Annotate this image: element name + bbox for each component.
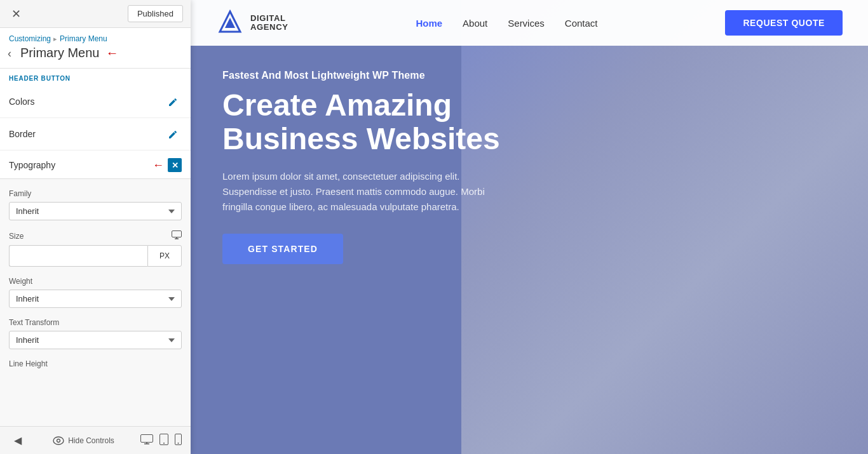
section-header-button: HEADER BUTTON [0, 69, 191, 86]
panel-back-button[interactable]: ‹ [8, 46, 11, 60]
typography-label: Typography [9, 160, 55, 170]
hero-subtitle: Fastest And Most Lightweight WP Theme [222, 70, 515, 81]
nav-about-link[interactable]: About [463, 18, 487, 29]
breadcrumb: Customizing ▸ Primary Menu [9, 34, 182, 43]
typography-arrow-indicator: ← [153, 159, 164, 172]
customizer-panel: ✕ Published Customizing ▸ Primary Menu ‹… [0, 0, 191, 454]
breadcrumb-separator: ▸ [53, 35, 57, 43]
pencil-icon-border [168, 128, 179, 140]
typography-close-button[interactable]: ✕ [168, 158, 182, 172]
svg-point-4 [57, 439, 60, 442]
hero-title: Create Amazing Business Websites [222, 89, 515, 156]
mobile-icon [175, 434, 182, 445]
website-preview: DIGITAL AGENCY Home About Services Conta… [191, 0, 868, 454]
tablet-icon [159, 434, 168, 445]
logo-text: DIGITAL AGENCY [250, 14, 288, 32]
logo-text-top: DIGITAL [250, 14, 288, 23]
typography-expanded-panel: Family Inherit Arial Helvetica Georgia S… [0, 178, 191, 426]
nav-links: Home About Services Contact [416, 18, 597, 29]
hero-title-line1: Create Amazing [222, 88, 452, 122]
hide-controls-label: Hide Controls [68, 436, 114, 445]
nav-services-link[interactable]: Services [508, 18, 545, 29]
font-size-group: Size PX EM REM % [9, 230, 182, 267]
border-edit-button[interactable] [165, 127, 182, 141]
font-family-select[interactable]: Inherit Arial Helvetica Georgia [9, 202, 182, 220]
text-transform-label: Text Transform [9, 318, 182, 327]
hero-description: Lorem ipsum dolor sit amet, consectetuer… [222, 169, 515, 215]
website-navigation: DIGITAL AGENCY Home About Services Conta… [191, 0, 868, 46]
device-icons [140, 434, 182, 448]
font-size-label-row: Size [9, 230, 182, 241]
tablet-view-button[interactable] [159, 434, 168, 448]
font-family-group: Family Inherit Arial Helvetica Georgia [9, 189, 182, 220]
breadcrumb-customizing[interactable]: Customizing [9, 34, 51, 43]
published-button[interactable]: Published [128, 5, 183, 22]
nav-home-link[interactable]: Home [416, 18, 442, 29]
text-transform-select[interactable]: Inherit None Uppercase Lowercase Capital… [9, 331, 182, 349]
font-weight-select[interactable]: Inherit 100 400 700 [9, 290, 182, 308]
panel-topbar: ✕ Published [0, 0, 191, 28]
line-height-label: Line Height [9, 359, 182, 368]
font-size-unit-select[interactable]: PX EM REM % [147, 245, 182, 267]
nav-arrows: ◀ [9, 432, 27, 450]
nav-prev-button[interactable]: ◀ [9, 432, 27, 450]
site-logo: DIGITAL AGENCY [216, 9, 288, 37]
font-weight-label: Weight [9, 277, 182, 286]
title-arrow-indicator: ← [105, 46, 118, 60]
border-label: Border [9, 129, 36, 139]
svg-rect-5 [140, 434, 153, 442]
colors-row: Colors [0, 86, 191, 118]
font-weight-group: Weight Inherit 100 400 700 [9, 277, 182, 308]
font-size-label: Size [9, 232, 24, 241]
typography-controls: ← ✕ [153, 158, 182, 172]
colors-label: Colors [9, 97, 34, 107]
hide-controls-button[interactable]: Hide Controls [53, 436, 114, 445]
colors-edit-button[interactable] [165, 95, 182, 109]
panel-bottom-toolbar: ◀ Hide Controls [0, 426, 191, 454]
panel-header: Customizing ▸ Primary Menu ‹ Primary Men… [0, 28, 191, 69]
line-height-group: Line Height [9, 359, 182, 368]
hero-title-line2: Business Websites [222, 122, 500, 156]
page-title: Primary Menu [20, 46, 99, 60]
nav-contact-link[interactable]: Contact [565, 18, 598, 29]
border-row: Border [0, 118, 191, 150]
svg-point-9 [163, 443, 165, 444]
font-family-label: Family [9, 189, 182, 198]
svg-point-11 [177, 443, 179, 444]
panel-title-row: ‹ Primary Menu ← [9, 46, 182, 60]
typography-row: Typography ← ✕ [0, 150, 191, 178]
eye-icon [53, 436, 64, 445]
text-transform-group: Text Transform Inherit None Uppercase Lo… [9, 318, 182, 349]
nav-cta-button[interactable]: REQUEST QUOTE [725, 10, 843, 36]
desktop-icon [140, 434, 153, 444]
logo-icon [216, 9, 244, 37]
svg-rect-0 [172, 231, 182, 237]
mobile-view-button[interactable] [175, 434, 182, 448]
svg-point-3 [53, 437, 64, 444]
desktop-view-button[interactable] [140, 434, 153, 447]
logo-text-bottom: AGENCY [250, 23, 288, 32]
pencil-icon [168, 96, 179, 107]
panel-close-button[interactable]: ✕ [8, 7, 25, 21]
monitor-icon [172, 230, 182, 241]
hero-cta-button[interactable]: GET STARTED [222, 234, 343, 264]
font-size-input-row: PX EM REM % [9, 245, 182, 267]
font-size-input[interactable] [9, 245, 147, 267]
breadcrumb-primary-menu[interactable]: Primary Menu [60, 34, 107, 43]
